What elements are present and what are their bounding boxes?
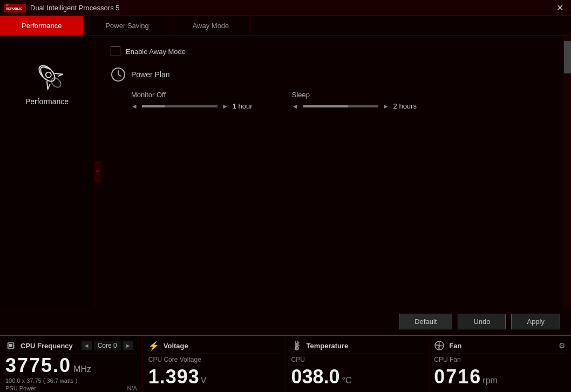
svg-point-3 [50, 76, 63, 89]
sidebar-item-performance[interactable]: Performance [25, 52, 69, 106]
rocket-icon [28, 55, 66, 92]
fan-icon [434, 340, 445, 351]
freq-display: 3775.0 MHz [5, 356, 137, 375]
tab-power-saving[interactable]: Power Saving [84, 16, 171, 35]
undo-button[interactable]: Undo [458, 314, 506, 329]
temp-unit: °C [342, 376, 352, 386]
sleep-slider-row: ◄ ► 2 hours [292, 102, 420, 110]
power-plan-label: Power Plan [131, 70, 170, 79]
sidebar-label-performance: Performance [25, 97, 69, 106]
title-bar-left: REPUBLIC OF Dual Intelligent Processors … [4, 3, 119, 13]
away-mode-option: Enable Away Mode [111, 46, 547, 56]
cpu-temp-label: CPU [291, 356, 305, 363]
svg-text:OF: OF [6, 4, 9, 6]
sidebar: Performance ≡ [0, 36, 94, 308]
svg-line-8 [118, 75, 121, 76]
sleep-value: 2 hours [393, 102, 420, 110]
scrollbar-thumb[interactable] [564, 41, 571, 73]
temp-icon [291, 340, 302, 351]
temp-cpu-row: CPU [291, 356, 423, 363]
fan-cpu-row: CPU Fan [434, 356, 566, 363]
monitor-off-slider-row: ◄ ► 1 hour [131, 102, 260, 110]
voltage-value: 1.393 [148, 366, 200, 388]
core-label: Core 0 [94, 341, 121, 350]
cpu-sub-info: 100.0 x 37.75 ( 36.7 watts ) [5, 377, 137, 384]
monitor-off-value: 1 hour [233, 102, 260, 110]
temp-value: 038.0 [291, 366, 340, 388]
title-bar: REPUBLIC OF Dual Intelligent Processors … [0, 0, 571, 16]
monitor-off-fill [142, 105, 165, 107]
cpu-icon [5, 340, 16, 351]
voltage-display: CPU Core Voltage [148, 356, 280, 363]
away-mode-checkbox[interactable] [111, 46, 120, 56]
sleep-fill [303, 105, 348, 107]
fan-unit: rpm [482, 376, 498, 386]
voltage-big-display: 1.393 V [148, 366, 280, 388]
svg-text:REPUBLIC: REPUBLIC [6, 7, 23, 10]
clock-icon [111, 67, 126, 82]
sleep-prev[interactable]: ◄ [292, 103, 298, 110]
sleep-next[interactable]: ► [383, 103, 389, 110]
rocket-icon-container [25, 52, 69, 95]
close-button[interactable]: ✕ [553, 2, 567, 14]
svg-rect-10 [9, 344, 12, 347]
voltage-unit: V [201, 376, 207, 386]
scrollbar[interactable] [563, 36, 571, 308]
fan-panel: Fan ⚙ CPU Fan 0716 rpm CPU_OPT 0 rpm Cha… [429, 336, 571, 392]
sleep-track[interactable] [303, 105, 378, 107]
apply-button[interactable]: Apply [511, 314, 560, 329]
core-volt-label: CPU Core Voltage [148, 356, 201, 363]
tab-away-mode[interactable]: Away Mode [171, 16, 251, 35]
power-plan-header: Power Plan [111, 67, 547, 82]
sleep-group: Sleep ◄ ► 2 hours [292, 91, 420, 110]
fan-value: 0716 [434, 366, 481, 388]
psu-value: N/A [127, 385, 137, 391]
psu-label: PSU Power [5, 385, 36, 391]
action-bar: Default Undo Apply [0, 308, 571, 335]
cpu-fan-label: CPU Fan [434, 356, 460, 363]
rog-logo: REPUBLIC OF [4, 3, 26, 13]
core-nav: ◄ Core 0 ► [81, 341, 133, 350]
freq-unit: MHz [73, 364, 91, 374]
monitor-off-prev[interactable]: ◄ [131, 103, 138, 110]
psu-row: PSU Power N/A [5, 385, 137, 391]
main-layout: Performance ≡ Enable Away Mode Power Pla… [0, 36, 571, 308]
cpu-freq-title: CPU Frequency [21, 342, 73, 350]
sleep-title: Sleep [292, 91, 420, 99]
voltage-panel: ⚡ Voltage CPU Core Voltage 1.393 V +12V … [143, 336, 286, 392]
monitor-off-track[interactable] [142, 105, 217, 107]
away-mode-label: Enable Away Mode [126, 48, 186, 56]
voltage-header: ⚡ Voltage [148, 340, 280, 354]
fan-title: Fan [449, 342, 461, 350]
app-title: Dual Intelligent Processors 5 [30, 4, 119, 12]
tab-performance[interactable]: Performance [0, 16, 84, 35]
monitor-off-group: Monitor Off ◄ ► 1 hour [131, 91, 260, 110]
main-content: Enable Away Mode Power Plan Monitor Off … [94, 36, 563, 308]
sliders-section: Monitor Off ◄ ► 1 hour Sleep ◄ [131, 91, 547, 110]
temp-panel: Temperature CPU 038.0 °C MotherBoard 31.… [286, 336, 429, 392]
tab-bar: Performance Power Saving Away Mode [0, 16, 571, 36]
core-next-arrow[interactable]: ► [123, 341, 133, 350]
cpu-freq-header: CPU Frequency ◄ Core 0 ► [5, 340, 137, 354]
monitor-off-next[interactable]: ► [222, 103, 228, 110]
fan-big-display: 0716 rpm [434, 366, 566, 388]
temp-header: Temperature [291, 340, 423, 354]
core-prev-arrow[interactable]: ◄ [81, 341, 92, 350]
freq-value: 3775.0 [5, 356, 71, 375]
fan-header: Fan ⚙ [434, 340, 566, 354]
svg-point-5 [45, 71, 52, 79]
temp-big-display: 038.0 °C [291, 366, 423, 388]
gear-icon[interactable]: ⚙ [559, 341, 566, 350]
monitor-off-title: Monitor Off [131, 91, 260, 99]
cpu-freq-panel: CPU Frequency ◄ Core 0 ► 3775.0 MHz 100.… [0, 336, 143, 392]
svg-point-26 [296, 348, 297, 349]
default-button[interactable]: Default [399, 314, 452, 329]
voltage-icon: ⚡ [148, 340, 159, 351]
status-bar: CPU Frequency ◄ Core 0 ► 3775.0 MHz 100.… [0, 335, 571, 392]
voltage-title: Voltage [164, 342, 188, 350]
temp-title: Temperature [307, 342, 349, 350]
